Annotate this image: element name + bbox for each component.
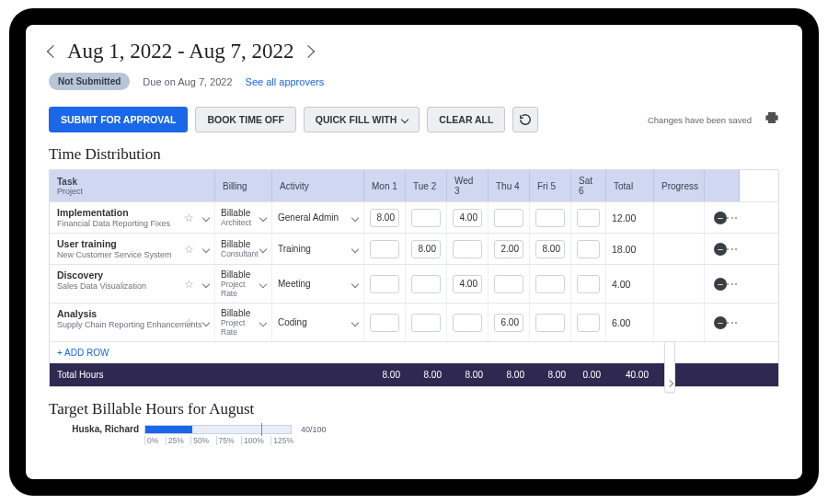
kebab-icon[interactable]: ⋮ — [730, 317, 734, 327]
hours-cell — [571, 265, 606, 303]
chart-track — [144, 425, 292, 434]
chevron-left-icon[interactable] — [47, 45, 60, 58]
hours-input[interactable] — [453, 314, 482, 332]
star-icon[interactable]: ☆ — [184, 316, 194, 329]
caret-down-icon[interactable] — [259, 245, 267, 252]
activity-cell[interactable]: Training — [272, 234, 364, 264]
activity-cell[interactable]: General Admin — [272, 202, 364, 233]
save-status: Changes have been saved — [648, 115, 752, 125]
horizontal-scroll-handle[interactable] — [664, 341, 675, 393]
hours-input[interactable] — [411, 314, 441, 332]
hours-input[interactable] — [577, 209, 600, 227]
remove-row-button[interactable]: − — [714, 278, 727, 291]
billing-role: Project Rate — [221, 318, 260, 337]
submit-for-approval-button[interactable]: SUBMIT FOR APPROVAL — [49, 107, 188, 132]
caret-down-icon[interactable] — [202, 245, 210, 252]
hours-input[interactable] — [494, 209, 523, 227]
hours-input[interactable] — [535, 209, 565, 227]
hours-input[interactable] — [411, 240, 441, 258]
caret-down-icon[interactable] — [202, 318, 210, 326]
hours-input[interactable] — [411, 275, 441, 293]
caret-down-icon[interactable] — [351, 318, 359, 326]
caret-down-icon[interactable] — [259, 280, 267, 287]
task-cell[interactable]: Discovery Sales Data Visualization ☆ — [50, 265, 215, 303]
totals-label: Total Hours — [50, 363, 215, 386]
clear-all-button[interactable]: CLEAR ALL — [427, 107, 505, 132]
print-button[interactable] — [765, 110, 779, 129]
hours-input[interactable] — [494, 240, 523, 258]
row-total: 18.00 — [606, 234, 654, 264]
task-cell[interactable]: Analysis Supply Chain Reporting Enhancem… — [50, 304, 215, 341]
star-icon[interactable]: ☆ — [184, 278, 194, 291]
hours-cell — [530, 202, 571, 233]
hours-input[interactable] — [411, 209, 441, 227]
chevron-right-icon[interactable] — [302, 45, 315, 58]
caret-down-icon[interactable] — [351, 245, 359, 252]
toolbar: SUBMIT FOR APPROVAL BOOK TIME OFF QUICK … — [49, 107, 779, 132]
row-progress — [654, 234, 705, 264]
hours-cell — [489, 304, 530, 341]
hours-input[interactable] — [577, 240, 600, 258]
hours-input[interactable] — [453, 275, 482, 293]
col-activity: Activity — [272, 170, 364, 201]
billing-role: Architect — [221, 218, 251, 227]
caret-down-icon[interactable] — [351, 213, 359, 221]
hours-cell — [489, 234, 530, 264]
hours-input[interactable] — [494, 314, 523, 332]
hours-input[interactable] — [535, 240, 565, 258]
hours-input[interactable] — [494, 275, 523, 293]
activity-cell[interactable]: Coding — [272, 304, 364, 341]
see-approvers-link[interactable]: See all approvers — [246, 76, 325, 87]
caret-down-icon[interactable] — [351, 280, 359, 287]
kebab-icon[interactable]: ⋮ — [730, 244, 734, 254]
quick-fill-button[interactable]: QUICK FILL WITH — [304, 107, 420, 132]
refresh-button[interactable] — [512, 107, 538, 132]
kebab-icon[interactable]: ⋮ — [730, 212, 734, 223]
hours-cell — [447, 265, 489, 303]
caret-down-icon[interactable] — [259, 318, 267, 326]
hours-input[interactable] — [453, 209, 482, 227]
billing-cell[interactable]: Billable Project Rate — [215, 304, 272, 341]
remove-row-button[interactable]: − — [714, 316, 727, 329]
col-tue: Tue 2 — [406, 170, 447, 201]
activity-label: Meeting — [278, 279, 311, 289]
caret-down-icon[interactable] — [202, 280, 210, 287]
hours-input[interactable] — [535, 275, 565, 293]
billing-cell[interactable]: Billable Project Rate — [215, 265, 272, 303]
hours-input[interactable] — [577, 314, 600, 332]
hours-input[interactable] — [370, 275, 399, 293]
kebab-icon[interactable]: ⋮ — [730, 279, 734, 289]
caret-down-icon[interactable] — [259, 213, 267, 221]
status-row: Not Submitted Due on Aug 7, 2022 See all… — [49, 73, 779, 90]
grid-body: Implementation Financial Data Reporting … — [50, 201, 778, 341]
row-progress — [654, 265, 705, 303]
col-actions — [705, 170, 740, 201]
hours-input[interactable] — [577, 275, 600, 293]
task-cell[interactable]: User training New Customer Service Syste… — [50, 234, 215, 264]
star-icon[interactable]: ☆ — [184, 212, 194, 224]
timesheet-grid: Task Project Billing Activity Mon 1 Tue … — [49, 169, 779, 387]
hours-input[interactable] — [370, 314, 399, 332]
col-task: Task Project — [50, 170, 215, 201]
star-icon[interactable]: ☆ — [184, 243, 194, 256]
chevron-right-icon — [666, 380, 673, 387]
book-time-off-button[interactable]: BOOK TIME OFF — [195, 107, 295, 132]
caret-down-icon[interactable] — [202, 213, 210, 221]
hours-input[interactable] — [370, 209, 399, 227]
hours-input[interactable] — [535, 314, 565, 332]
hours-cell — [447, 202, 489, 233]
row-actions: − ⋮ — [705, 234, 740, 264]
task-cell[interactable]: Implementation Financial Data Reporting … — [50, 202, 215, 233]
billing-cell[interactable]: Billable Architect — [215, 202, 272, 233]
hours-cell — [447, 304, 489, 341]
billing-cell[interactable]: Billable Consultant — [215, 234, 272, 264]
remove-row-button[interactable]: − — [714, 212, 727, 224]
billing-label: Billable — [221, 239, 259, 249]
hours-input[interactable] — [453, 240, 482, 258]
activity-cell[interactable]: Meeting — [272, 265, 364, 303]
add-row-link[interactable]: + ADD ROW — [57, 348, 109, 358]
billing-label: Billable — [221, 308, 260, 318]
hours-input[interactable] — [370, 240, 399, 258]
remove-row-button[interactable]: − — [714, 243, 727, 256]
billing-label: Billable — [221, 208, 251, 218]
